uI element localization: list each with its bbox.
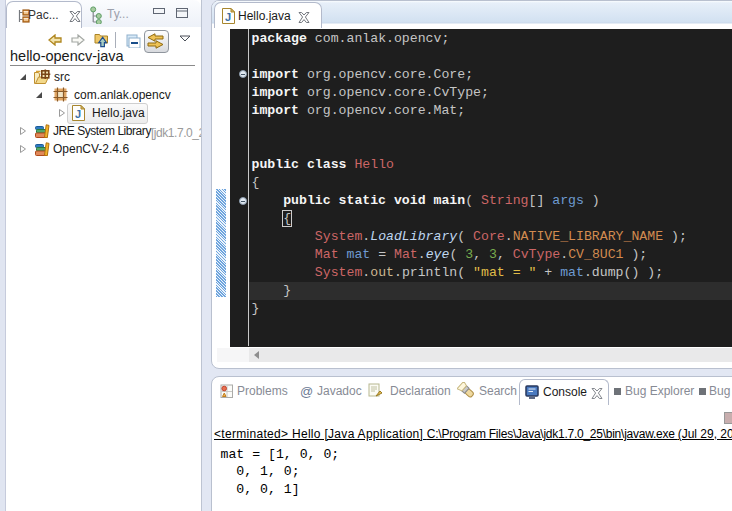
svg-text:J: J [75,108,81,120]
svg-text:J: J [225,11,231,23]
